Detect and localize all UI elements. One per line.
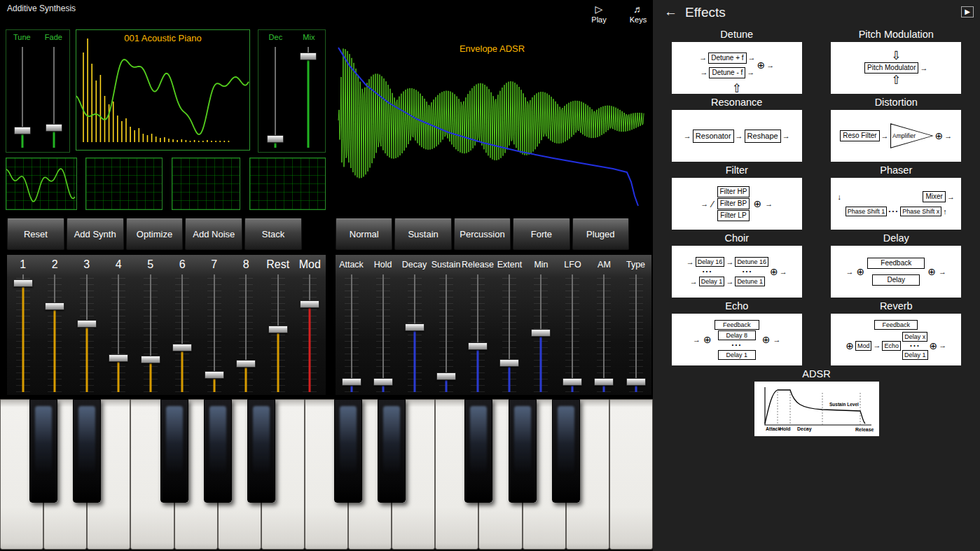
- slider-handle[interactable]: [594, 378, 614, 386]
- button-sustain[interactable]: Sustain: [394, 218, 451, 250]
- black-key[interactable]: [73, 399, 101, 503]
- black-key[interactable]: [464, 399, 492, 503]
- slider-tune[interactable]: [12, 47, 33, 148]
- slider-decay[interactable]: [404, 274, 425, 392]
- effect-detune[interactable]: Detune →Detune + f→ →Detune - f→ ⊕→ ⇧: [672, 28, 802, 94]
- slider-handle[interactable]: [405, 323, 425, 331]
- panel-toggle-icon[interactable]: ▶: [961, 6, 974, 18]
- button-add-synth[interactable]: Add Synth: [67, 218, 124, 250]
- slider-2[interactable]: [44, 274, 65, 392]
- harmonic-slider-bank: 12345678RestMod: [7, 255, 326, 395]
- slider-fade[interactable]: [43, 47, 64, 148]
- button-add-noise[interactable]: Add Noise: [185, 218, 242, 250]
- slider-handle[interactable]: [109, 354, 128, 362]
- slider-1[interactable]: [13, 274, 34, 392]
- scope-panel: [249, 158, 326, 210]
- black-key[interactable]: [509, 399, 537, 503]
- slider-hold[interactable]: [373, 274, 394, 392]
- slider-release[interactable]: [467, 274, 488, 392]
- black-key[interactable]: [204, 399, 232, 503]
- slider-mix[interactable]: [298, 47, 319, 148]
- black-key[interactable]: [334, 399, 362, 503]
- slider-handle[interactable]: [267, 135, 284, 143]
- slider-handle[interactable]: [13, 279, 33, 287]
- effect-resonance[interactable]: Resonance → Resonator → Reshape →: [672, 96, 802, 162]
- slider-handle[interactable]: [172, 344, 192, 351]
- slider-handle[interactable]: [373, 378, 393, 386]
- button-pluged[interactable]: Pluged: [572, 218, 629, 250]
- slider-6[interactable]: [172, 274, 193, 392]
- slider-8[interactable]: [235, 274, 256, 392]
- slider-extent[interactable]: [499, 274, 520, 392]
- play-button[interactable]: ▷ Play: [583, 4, 615, 27]
- slider-handle[interactable]: [531, 329, 551, 337]
- slider-handle[interactable]: [268, 326, 288, 333]
- black-key[interactable]: [160, 399, 188, 503]
- button-stack[interactable]: Stack: [244, 218, 302, 250]
- slider-dec[interactable]: [265, 47, 286, 148]
- effect-echo[interactable]: Echo → ⊕ Feedback Delay 8 ··· Delay 1 ⊕ …: [672, 300, 802, 365]
- envelope-display: Envelope ADSR: [333, 29, 651, 211]
- slider-handle[interactable]: [14, 127, 31, 134]
- diagram-block: Filter LP: [717, 210, 749, 221]
- slider-handle[interactable]: [205, 371, 224, 379]
- slider-track: [603, 274, 605, 392]
- slider-7[interactable]: [204, 274, 225, 392]
- effect-phaser[interactable]: Phaser ↓ Mixer→ Phase Shift 1 ··· Phase …: [831, 164, 961, 230]
- slider-handle[interactable]: [236, 360, 256, 368]
- effects-panel-title: Effects: [685, 5, 726, 20]
- slider-handle[interactable]: [300, 300, 319, 308]
- slider-5[interactable]: [140, 274, 161, 392]
- effect-adsr[interactable]: ADSR Attack Hold Decay Sustain Level Rel…: [754, 368, 879, 436]
- slider-handle[interactable]: [141, 356, 160, 363]
- slider-sustain[interactable]: [436, 274, 457, 392]
- slider-attack[interactable]: [341, 274, 362, 392]
- dec-mix-panel: Dec Mix: [258, 29, 326, 153]
- distortion-diagram: Reso Filter → Amplifier ⊕ →: [831, 110, 961, 162]
- keys-button[interactable]: ♬ Keys: [622, 4, 654, 27]
- slider-handle[interactable]: [77, 320, 97, 328]
- effect-reverb[interactable]: Reverb Feedback ⊕ Mod → Echo Delay x ···…: [831, 300, 961, 365]
- switch-icon: ∕: [712, 200, 713, 209]
- effect-filter[interactable]: Filter → ∕ Filter HP Filter BP Filter LP…: [672, 164, 802, 230]
- effect-pitch-modulation[interactable]: Pitch Modulation ⇩ Pitch Modulator→ ⇧: [831, 28, 961, 94]
- slider-handle[interactable]: [499, 359, 519, 367]
- black-key[interactable]: [29, 399, 57, 503]
- slider-4[interactable]: [108, 274, 129, 392]
- dots-icon: ···: [702, 267, 712, 276]
- button-reset[interactable]: Reset: [7, 218, 64, 250]
- button-forte[interactable]: Forte: [513, 218, 570, 250]
- play-icon: ▷: [583, 4, 615, 15]
- slider-handle[interactable]: [626, 378, 646, 386]
- slider-column: LFO: [557, 255, 588, 395]
- slider-min[interactable]: [530, 274, 551, 392]
- slider-handle[interactable]: [300, 53, 317, 60]
- slider-mod[interactable]: [299, 274, 320, 392]
- effect-choir[interactable]: Choir →Delay 16→Detune 16 ······ →Delay …: [672, 232, 802, 298]
- effect-distortion[interactable]: Distortion Reso Filter → Amplifier ⊕ →: [831, 96, 961, 162]
- black-key[interactable]: [552, 399, 580, 503]
- black-key[interactable]: [378, 399, 406, 503]
- button-normal[interactable]: Normal: [336, 218, 392, 250]
- back-icon[interactable]: ←: [664, 4, 677, 20]
- scope-panel: [172, 158, 240, 210]
- slider-handle[interactable]: [563, 378, 582, 386]
- white-key[interactable]: [609, 399, 653, 550]
- slider-column: Attack: [336, 255, 367, 395]
- effect-delay[interactable]: Delay → ⊕ Feedback Delay ⊕ →: [831, 232, 961, 298]
- slider-handle[interactable]: [468, 342, 488, 350]
- diagram-block: Delay 1: [718, 350, 756, 360]
- slider-lfo[interactable]: [562, 274, 583, 392]
- slider-type[interactable]: [626, 274, 647, 392]
- slider-3[interactable]: [76, 274, 97, 392]
- slider-handle[interactable]: [436, 372, 456, 380]
- slider-rest[interactable]: [268, 274, 289, 392]
- slider-am[interactable]: [593, 274, 614, 392]
- black-key[interactable]: [247, 399, 275, 503]
- slider-handle[interactable]: [46, 124, 62, 132]
- slider-handle[interactable]: [342, 378, 361, 386]
- arrow-right-icon: →: [700, 69, 708, 76]
- slider-handle[interactable]: [45, 302, 64, 310]
- button-percussion[interactable]: Percussion: [454, 218, 511, 250]
- button-optimize[interactable]: Optimize: [126, 218, 184, 250]
